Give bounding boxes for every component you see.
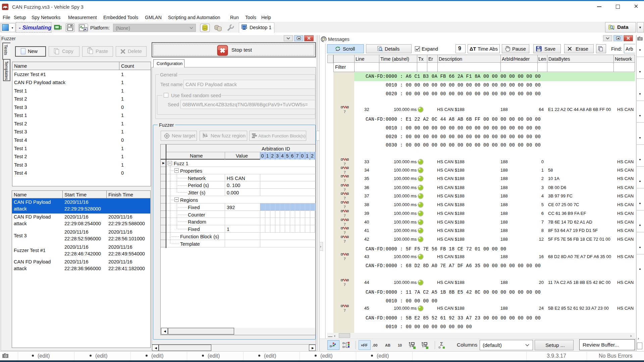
svg-text:?: ? (344, 109, 346, 114)
svg-text:?: ? (344, 230, 346, 235)
svg-text:?: ? (344, 308, 346, 313)
svg-text:?: ? (344, 213, 346, 218)
svg-text:?: ? (344, 195, 346, 200)
svg-text:?: ? (344, 170, 346, 175)
svg-text:?: ? (344, 239, 346, 244)
svg-text:?: ? (344, 256, 346, 261)
svg-text:?: ? (344, 187, 346, 192)
svg-text:?: ? (344, 222, 346, 227)
svg-text:?: ? (344, 161, 346, 166)
svg-text:?: ? (344, 282, 346, 287)
svg-text:?: ? (344, 178, 346, 183)
svg-text:?: ? (344, 204, 346, 209)
